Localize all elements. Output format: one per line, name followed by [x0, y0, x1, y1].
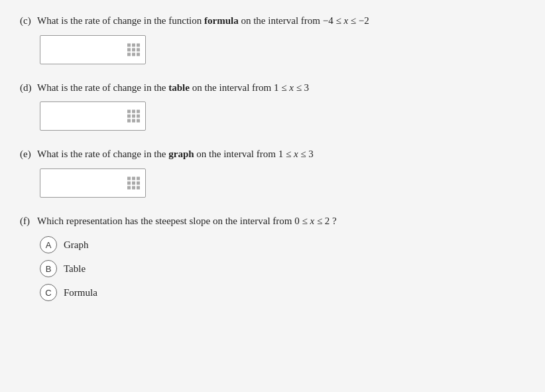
question-c-bold: formula: [204, 15, 239, 26]
choice-b-circle: B: [40, 260, 57, 277]
multiple-choice-container: A Graph B Table C Formula: [40, 236, 525, 301]
question-e-input-container: [40, 168, 525, 198]
question-c: (c) What is the rate of change in the fu…: [20, 13, 525, 64]
question-e-text-after: on the interval from 1 ≤ x ≤ 3: [194, 149, 314, 159]
question-e-text: What is the rate of change in the graph …: [37, 147, 314, 162]
question-d-text: What is the rate of change in the table …: [37, 80, 309, 96]
grid-icon-d: [127, 110, 140, 123]
question-e-text-before: What is the rate of change in the: [37, 149, 168, 159]
question-c-text-before: What is the rate of change in the functi…: [37, 15, 204, 26]
choice-c[interactable]: C Formula: [40, 284, 525, 301]
choice-a-label: Graph: [64, 239, 89, 251]
question-e-letter: (e): [20, 149, 33, 160]
question-d-text-after: on the interval from 1 ≤ x ≤ 3: [190, 82, 309, 93]
choice-a-letter: A: [46, 240, 52, 250]
question-c-input-container: [40, 35, 525, 64]
question-c-text-after: on the interval from −4 ≤ x ≤ −2: [239, 15, 369, 26]
question-f-letter: (f): [20, 216, 33, 227]
question-d: (d) What is the rate of change in the ta…: [20, 80, 525, 131]
question-e-answer-input[interactable]: [40, 168, 146, 198]
question-d-bold: table: [168, 82, 190, 93]
question-c-text: What is the rate of change in the functi…: [37, 13, 369, 29]
question-e-bold: graph: [168, 149, 194, 159]
question-f-label: (f) Which representation has the steepes…: [20, 214, 525, 229]
question-e: (e) What is the rate of change in the gr…: [20, 147, 525, 198]
choice-b-letter: B: [46, 264, 52, 274]
question-f-text: Which representation has the steepest sl…: [37, 214, 337, 229]
question-f-text-content: Which representation has the steepest sl…: [37, 216, 337, 226]
choice-c-circle: C: [40, 284, 57, 301]
choice-a-circle: A: [40, 236, 57, 253]
question-d-answer-input[interactable]: [40, 101, 146, 131]
choice-c-label: Formula: [64, 287, 97, 298]
choice-a[interactable]: A Graph: [40, 236, 525, 253]
grid-icon-e: [127, 176, 140, 189]
question-e-label: (e) What is the rate of change in the gr…: [20, 147, 525, 162]
choice-b-label: Table: [64, 263, 86, 275]
question-c-label: (c) What is the rate of change in the fu…: [20, 13, 525, 29]
choice-c-letter: C: [45, 288, 51, 298]
question-d-label: (d) What is the rate of change in the ta…: [20, 80, 525, 96]
question-d-letter: (d): [20, 82, 33, 94]
question-d-text-before: What is the rate of change in the: [37, 82, 168, 93]
grid-icon-c: [127, 43, 140, 56]
question-c-answer-input[interactable]: [40, 35, 146, 64]
question-d-input-container: [40, 101, 525, 131]
question-f: (f) Which representation has the steepes…: [20, 214, 525, 302]
question-c-letter: (c): [20, 15, 33, 27]
choice-b[interactable]: B Table: [40, 260, 525, 277]
